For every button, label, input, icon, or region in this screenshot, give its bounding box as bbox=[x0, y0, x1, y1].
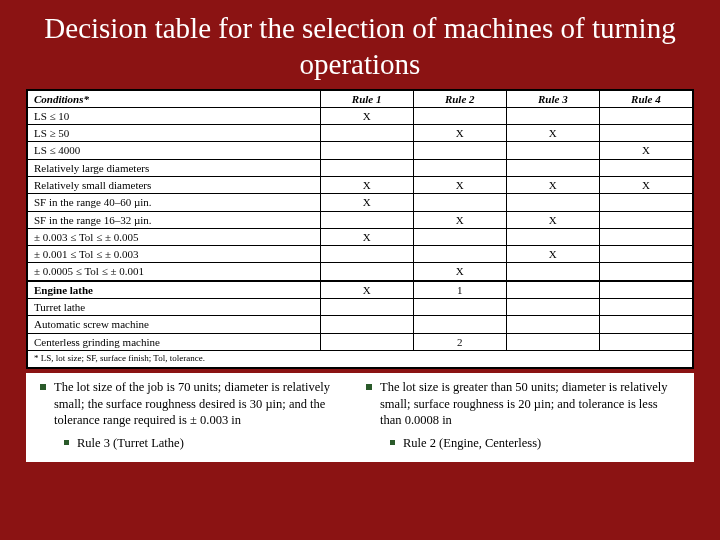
table-row: ± 0.003 ≤ Tol ≤ ± 0.005X bbox=[28, 228, 693, 245]
table-row: Automatic screw machine bbox=[28, 316, 693, 333]
condition-cell: SF in the range 16–32 µin. bbox=[28, 211, 321, 228]
rule-cell bbox=[506, 142, 599, 159]
rule-cell bbox=[599, 125, 692, 142]
table-row: LS ≤ 10X bbox=[28, 107, 693, 124]
rule-cell bbox=[599, 316, 692, 333]
rule-cell: X bbox=[599, 142, 692, 159]
rule-cell: X bbox=[320, 228, 413, 245]
condition-cell: LS ≥ 50 bbox=[28, 125, 321, 142]
rule-cell bbox=[506, 228, 599, 245]
table-row: Turret lathe bbox=[28, 299, 693, 316]
rule-cell bbox=[506, 299, 599, 316]
rule-cell bbox=[599, 107, 692, 124]
rule-cell bbox=[413, 299, 506, 316]
rule-cell: X bbox=[599, 176, 692, 193]
bullet-icon bbox=[390, 440, 395, 445]
condition-cell: ± 0.0005 ≤ Tol ≤ ± 0.001 bbox=[28, 263, 321, 281]
table-row: Engine latheX1 bbox=[28, 281, 693, 299]
rule-cell: X bbox=[506, 125, 599, 142]
table-row: SF in the range 40–60 µin.X bbox=[28, 194, 693, 211]
bullet-icon bbox=[366, 384, 372, 390]
table-row: Relatively small diametersXXXX bbox=[28, 176, 693, 193]
condition-cell: LS ≤ 10 bbox=[28, 107, 321, 124]
rule-cell bbox=[413, 142, 506, 159]
bullet-text: The lot size of the job is 70 units; dia… bbox=[54, 379, 354, 430]
rule-cell: X bbox=[413, 176, 506, 193]
condition-cell: ± 0.001 ≤ Tol ≤ ± 0.003 bbox=[28, 246, 321, 263]
rule-cell: X bbox=[413, 125, 506, 142]
header-rule4: Rule 4 bbox=[599, 90, 692, 107]
table-row: Relatively large diameters bbox=[28, 159, 693, 176]
bullet-right: The lot size is greater than 50 units; d… bbox=[360, 379, 686, 453]
rule-cell bbox=[413, 159, 506, 176]
rule-cell: X bbox=[506, 211, 599, 228]
header-rule2: Rule 2 bbox=[413, 90, 506, 107]
table-footnote: * LS, lot size; SF, surface finish; Tol,… bbox=[28, 350, 693, 367]
condition-cell: Turret lathe bbox=[28, 299, 321, 316]
slide-title: Decision table for the selection of mach… bbox=[0, 0, 720, 89]
rule-cell bbox=[320, 159, 413, 176]
rule-cell bbox=[413, 246, 506, 263]
rule-cell bbox=[413, 228, 506, 245]
condition-cell: ± 0.003 ≤ Tol ≤ ± 0.005 bbox=[28, 228, 321, 245]
rule-cell bbox=[506, 159, 599, 176]
rule-cell bbox=[599, 299, 692, 316]
rule-cell bbox=[320, 263, 413, 281]
bullet-sub-text: Rule 2 (Engine, Centerless) bbox=[403, 435, 541, 452]
rule-cell bbox=[320, 333, 413, 350]
table-row: ± 0.0005 ≤ Tol ≤ ± 0.001X bbox=[28, 263, 693, 281]
condition-cell: Centerless grinding machine bbox=[28, 333, 321, 350]
rule-cell bbox=[320, 316, 413, 333]
rule-cell bbox=[320, 142, 413, 159]
table-header-row: Conditions* Rule 1 Rule 2 Rule 3 Rule 4 bbox=[28, 90, 693, 107]
bullet-left: The lot size of the job is 70 units; dia… bbox=[34, 379, 360, 453]
rule-cell bbox=[506, 316, 599, 333]
condition-cell: Engine lathe bbox=[28, 281, 321, 299]
condition-cell: LS ≤ 4000 bbox=[28, 142, 321, 159]
rule-cell bbox=[320, 299, 413, 316]
header-conditions: Conditions* bbox=[28, 90, 321, 107]
bullet-icon bbox=[64, 440, 69, 445]
rule-cell bbox=[413, 316, 506, 333]
rule-cell bbox=[506, 263, 599, 281]
bullet-icon bbox=[40, 384, 46, 390]
rule-cell: X bbox=[320, 194, 413, 211]
condition-cell: Automatic screw machine bbox=[28, 316, 321, 333]
table-row: SF in the range 16–32 µin.XX bbox=[28, 211, 693, 228]
example-bullets: The lot size of the job is 70 units; dia… bbox=[26, 373, 694, 463]
rule-cell bbox=[599, 263, 692, 281]
rule-cell bbox=[599, 281, 692, 299]
rule-cell bbox=[506, 194, 599, 211]
rule-cell bbox=[599, 194, 692, 211]
rule-cell bbox=[320, 246, 413, 263]
table-row: LS ≤ 4000X bbox=[28, 142, 693, 159]
rule-cell bbox=[599, 228, 692, 245]
rule-cell: 1 bbox=[413, 281, 506, 299]
table-row: Centerless grinding machine2 bbox=[28, 333, 693, 350]
rule-cell bbox=[599, 333, 692, 350]
rule-cell: X bbox=[320, 176, 413, 193]
bullet-sub-text: Rule 3 (Turret Lathe) bbox=[77, 435, 184, 452]
rule-cell bbox=[599, 246, 692, 263]
rule-cell bbox=[506, 281, 599, 299]
rule-cell bbox=[320, 211, 413, 228]
rule-cell: X bbox=[413, 211, 506, 228]
rule-cell bbox=[506, 107, 599, 124]
rule-cell bbox=[413, 194, 506, 211]
header-rule3: Rule 3 bbox=[506, 90, 599, 107]
decision-table: Conditions* Rule 1 Rule 2 Rule 3 Rule 4 … bbox=[26, 89, 694, 369]
header-rule1: Rule 1 bbox=[320, 90, 413, 107]
condition-cell: Relatively small diameters bbox=[28, 176, 321, 193]
rule-cell: X bbox=[320, 281, 413, 299]
rule-cell bbox=[413, 107, 506, 124]
bullet-text: The lot size is greater than 50 units; d… bbox=[380, 379, 680, 430]
rule-cell: X bbox=[413, 263, 506, 281]
rule-cell: X bbox=[506, 176, 599, 193]
rule-cell: 2 bbox=[413, 333, 506, 350]
rule-cell: X bbox=[506, 246, 599, 263]
table-row: LS ≥ 50XX bbox=[28, 125, 693, 142]
rule-cell: X bbox=[320, 107, 413, 124]
condition-cell: Relatively large diameters bbox=[28, 159, 321, 176]
table-row: ± 0.001 ≤ Tol ≤ ± 0.003X bbox=[28, 246, 693, 263]
rule-cell bbox=[599, 211, 692, 228]
